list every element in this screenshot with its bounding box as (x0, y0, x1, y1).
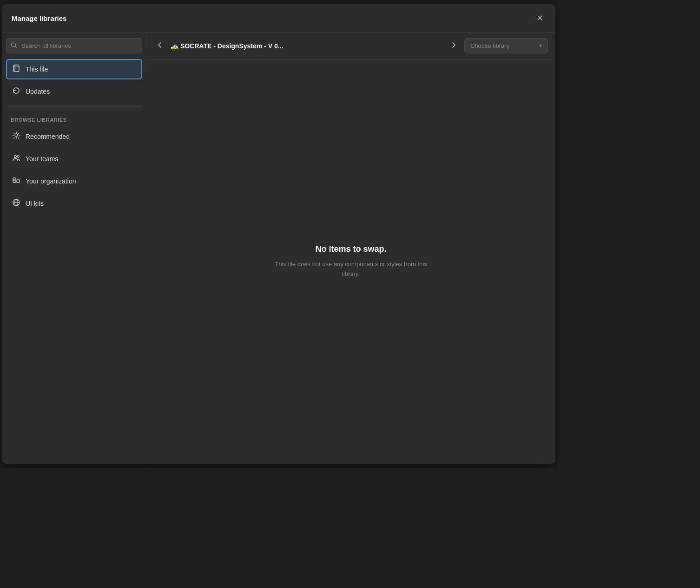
svg-rect-16 (13, 178, 16, 183)
forward-button[interactable] (448, 40, 460, 52)
sidebar-item-your-organization[interactable]: Your organization (6, 171, 142, 191)
sidebar-item-ui-kits[interactable]: UI kits (6, 193, 142, 214)
library-name: 🚕 SOCRATE - DesignSystem - V 0... (171, 42, 443, 50)
back-button[interactable] (154, 40, 166, 52)
svg-point-15 (17, 156, 19, 157)
svg-point-14 (14, 156, 17, 158)
browse-libraries-label: Browse libraries (6, 111, 142, 124)
recommended-icon (12, 131, 21, 142)
book-icon (12, 64, 21, 74)
divider (6, 106, 142, 107)
choose-library-dropdown[interactable]: Choose library ▾ (464, 38, 548, 53)
empty-state-subtitle: This file does not use any components or… (272, 260, 430, 279)
svg-line-11 (18, 137, 19, 138)
sidebar-item-recommended-label: Recommended (26, 133, 70, 140)
dialog-header: Manage libraries ✕ (2, 4, 555, 33)
dialog-title: Manage libraries (12, 14, 66, 22)
search-input[interactable] (6, 38, 142, 53)
sidebar-item-recommended[interactable]: Recommended (6, 126, 142, 147)
sidebar-item-updates-label: Updates (26, 88, 50, 95)
manage-libraries-dialog: Manage libraries ✕ (2, 4, 555, 464)
choose-library-label: Choose library (470, 42, 509, 49)
organization-icon (12, 176, 21, 186)
sidebar-item-your-organization-label: Your organization (26, 177, 76, 185)
empty-state-title: No items to swap. (315, 244, 386, 254)
dialog-body: This file Updates Browse libraries (2, 33, 555, 464)
search-icon (11, 42, 17, 50)
svg-line-1 (15, 46, 17, 48)
svg-rect-2 (13, 65, 19, 72)
search-wrap (6, 38, 142, 53)
svg-line-13 (13, 137, 14, 138)
svg-point-5 (15, 134, 18, 137)
sidebar: This file Updates Browse libraries (2, 33, 146, 464)
ui-kits-icon (12, 198, 21, 209)
teams-icon (12, 154, 21, 164)
sidebar-item-ui-kits-label: UI kits (26, 200, 44, 207)
svg-rect-17 (17, 180, 20, 183)
sidebar-item-this-file[interactable]: This file (6, 59, 142, 79)
main-header: 🚕 SOCRATE - DesignSystem - V 0... Choose… (146, 33, 555, 59)
updates-icon (12, 86, 21, 97)
close-button[interactable]: ✕ (533, 12, 546, 25)
sidebar-item-your-teams[interactable]: Your teams (6, 149, 142, 169)
empty-state: No items to swap. This file does not use… (146, 59, 555, 464)
sidebar-item-this-file-label: This file (26, 65, 48, 73)
svg-line-12 (18, 133, 19, 133)
main-content: 🚕 SOCRATE - DesignSystem - V 0... Choose… (146, 33, 555, 464)
chevron-down-icon: ▾ (539, 43, 542, 49)
sidebar-item-your-teams-label: Your teams (26, 155, 58, 163)
svg-line-10 (13, 133, 14, 133)
sidebar-item-updates[interactable]: Updates (6, 81, 142, 102)
